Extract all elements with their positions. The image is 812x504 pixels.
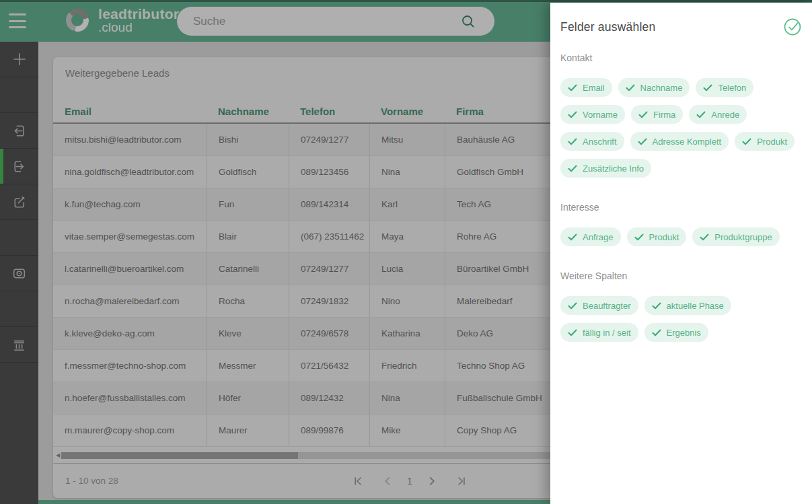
check-icon <box>742 138 751 145</box>
field-chip[interactable]: Anschrift <box>560 132 624 151</box>
field-chip-label: Anfrage <box>583 232 614 242</box>
check-icon <box>568 302 577 310</box>
check-icon <box>568 138 577 145</box>
check-icon <box>703 84 712 92</box>
field-chip-label: Firma <box>653 110 675 120</box>
field-chip-label: Nachname <box>640 83 683 93</box>
panel-title: Felder auswählen <box>560 20 655 34</box>
chips-interesse: Anfrage Produkt Produktgruppe <box>560 227 802 246</box>
field-chip-label: aktuelle Phase <box>667 301 724 311</box>
check-icon <box>568 233 577 241</box>
field-chip-label: fällig in / seit <box>583 328 631 338</box>
screen: leadtributor .cloud <box>0 0 812 504</box>
field-chip-label: Ergebnis <box>667 328 701 338</box>
check-icon <box>638 138 647 145</box>
check-icon <box>638 111 648 118</box>
section-label-interesse: Interesse <box>560 202 802 213</box>
field-chip-label: Email <box>583 83 605 93</box>
panel-header: Felder auswählen <box>560 3 802 36</box>
check-icon <box>634 233 644 241</box>
field-chip[interactable]: Produkt <box>735 132 795 151</box>
field-chip-label: Beauftragter <box>583 301 631 311</box>
field-chip[interactable]: Produkt <box>627 227 687 246</box>
check-circle-icon[interactable] <box>783 17 802 36</box>
field-chip-label: Adresse Komplett <box>653 137 722 147</box>
field-chip[interactable]: Vorname <box>560 105 625 124</box>
section-label-kontakt: Kontakt <box>560 52 802 63</box>
field-selector-panel: Felder auswählen Kontakt Email <box>550 3 812 504</box>
field-chip[interactable]: Adresse Komplett <box>630 132 729 151</box>
check-icon <box>696 111 706 118</box>
field-chip[interactable]: fällig in / seit <box>560 323 638 342</box>
check-icon <box>700 233 709 241</box>
check-icon <box>652 302 661 310</box>
chips-weitere-spalten: Beauftragter aktuelle Phase fällig in / … <box>560 296 802 342</box>
field-chip[interactable]: Nachname <box>618 78 690 97</box>
field-chip-label: Telefon <box>718 83 746 93</box>
check-icon <box>568 329 577 336</box>
field-chip[interactable]: Anrede <box>689 105 747 124</box>
check-icon <box>652 329 661 336</box>
field-chip-label: Produkt <box>757 137 787 147</box>
field-chip[interactable]: Email <box>560 78 612 97</box>
check-icon <box>568 165 577 172</box>
field-chip[interactable]: Zusätzliche Info <box>560 159 651 178</box>
field-chip[interactable]: Produktgruppe <box>692 227 779 246</box>
field-chip[interactable]: Beauftragter <box>560 296 638 315</box>
field-chip-label: Anrede <box>711 110 739 120</box>
field-chip-label: Zusätzliche Info <box>583 164 644 174</box>
section-label-weitere-spalten: Weitere Spalten <box>560 271 802 281</box>
field-chip-label: Produktgruppe <box>714 232 772 242</box>
field-chip[interactable]: Ergebnis <box>644 323 708 342</box>
field-chip[interactable]: Firma <box>631 105 683 124</box>
field-chip-label: Produkt <box>649 232 679 242</box>
chips-kontakt: Email Nachname Telefon <box>560 78 802 178</box>
check-icon <box>626 84 635 92</box>
field-chip-label: Anschrift <box>583 137 617 147</box>
check-icon <box>568 84 577 92</box>
field-chip-label: Vorname <box>583 110 618 120</box>
field-chip[interactable]: Telefon <box>696 78 753 97</box>
field-chip[interactable]: aktuelle Phase <box>644 296 731 315</box>
check-icon <box>568 111 577 118</box>
field-chip[interactable]: Anfrage <box>560 227 621 246</box>
